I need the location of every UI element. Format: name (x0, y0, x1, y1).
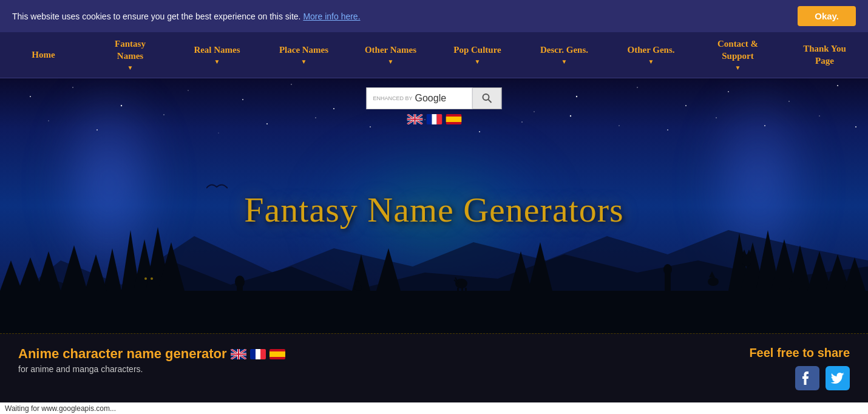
nav-item-other-gens[interactable]: Other Gens. ▼ (608, 32, 694, 78)
bird-silhouette (206, 182, 228, 198)
nav-item-other-names[interactable]: Other Names ▼ (347, 32, 434, 78)
cookie-banner: This website uses cookies to ensure you … (0, 0, 868, 32)
nav-item-contact-support[interactable]: Contact &Support ▼ (694, 32, 781, 78)
svg-point-29 (667, 129, 668, 131)
svg-marker-55 (103, 248, 121, 291)
svg-point-78 (354, 285, 362, 291)
share-title: Feel free to share (728, 346, 850, 360)
svg-point-15 (788, 101, 790, 102)
landscape-svg (0, 200, 868, 333)
descr-gens-arrow: ▼ (561, 58, 568, 66)
svg-point-3 (188, 90, 188, 90)
facebook-svg (801, 372, 813, 385)
svg-point-19 (163, 114, 164, 115)
es-flag[interactable] (446, 114, 461, 124)
nav-item-place-names[interactable]: Place Names ▼ (260, 32, 347, 78)
nav-item-fantasy-names[interactable]: FantasyNames ▼ (87, 32, 174, 78)
svg-rect-83 (465, 288, 467, 296)
flags-row (407, 114, 461, 124)
search-button[interactable] (473, 87, 502, 109)
cookie-message: This website uses cookies to ensure you … (12, 12, 798, 21)
svg-rect-98 (231, 353, 246, 355)
bird-icon (206, 182, 228, 194)
anime-title: Anime character name generator (18, 346, 728, 362)
nav-item-descr-gens[interactable]: Descr. Gens. ▼ (521, 32, 608, 78)
search-row: ENHANCED BY Google (367, 87, 502, 109)
svg-marker-59 (18, 257, 42, 291)
svg-rect-99 (250, 349, 256, 359)
anime-fr-flag[interactable] (250, 349, 266, 359)
svg-point-31 (764, 125, 765, 126)
nav-item-home[interactable]: Home (0, 32, 87, 78)
lower-left: Anime character name generator (18, 346, 728, 374)
svg-point-32 (819, 115, 819, 116)
svg-point-27 (570, 115, 571, 117)
svg-point-26 (521, 121, 523, 123)
twitter-svg (831, 373, 844, 384)
uk-flag[interactable] (407, 114, 422, 124)
twitter-icon[interactable] (826, 366, 850, 390)
google-label: Google (415, 93, 447, 104)
svg-rect-46 (432, 114, 436, 124)
svg-rect-85 (665, 274, 671, 291)
svg-point-22 (315, 117, 316, 118)
svg-marker-60 (0, 260, 22, 291)
hero-section: ENHANCED BY Google (0, 78, 868, 333)
lower-right: Feel free to share (728, 346, 850, 390)
search-input-wrapper[interactable]: ENHANCED BY Google (367, 87, 473, 109)
cookie-link[interactable]: More info here. (303, 12, 360, 21)
real-names-arrow: ▼ (214, 58, 220, 66)
svg-point-28 (619, 125, 619, 126)
svg-rect-47 (436, 114, 442, 124)
svg-point-1 (72, 87, 73, 88)
other-names-arrow: ▼ (388, 58, 394, 66)
svg-point-86 (708, 277, 719, 286)
svg-point-88 (144, 277, 147, 280)
svg-point-76 (235, 276, 245, 288)
svg-rect-49 (446, 117, 461, 122)
main-nav: Home FantasyNames ▼ Real Names ▼ Place N… (0, 32, 868, 78)
nav-item-pop-culture[interactable]: Pop Culture ▼ (434, 32, 521, 78)
svg-point-10 (534, 111, 534, 112)
nav-item-thank-you[interactable]: Thank YouPage (781, 32, 868, 78)
svg-rect-101 (260, 349, 266, 359)
nav-item-real-names[interactable]: Real Names ▼ (174, 32, 260, 78)
svg-rect-81 (457, 288, 459, 296)
search-icon (481, 93, 492, 104)
fr-flag[interactable] (426, 114, 442, 124)
pop-culture-arrow: ▼ (475, 58, 481, 66)
enhanced-by-label: ENHANCED BY (373, 95, 413, 101)
svg-rect-82 (461, 288, 463, 296)
svg-rect-44 (407, 119, 422, 120)
svg-rect-50 (0, 291, 868, 333)
svg-point-89 (151, 277, 153, 280)
svg-point-4 (242, 99, 243, 100)
svg-point-84 (663, 264, 672, 275)
cookie-ok-button[interactable]: Okay. (798, 6, 856, 26)
svg-point-0 (30, 96, 31, 97)
svg-point-6 (333, 108, 334, 109)
svg-point-5 (291, 84, 292, 85)
svg-point-2 (121, 105, 122, 106)
anime-es-flag[interactable] (270, 349, 285, 359)
svg-point-12 (637, 87, 638, 88)
svg-point-34 (483, 94, 489, 100)
search-container: ENHANCED BY Google (367, 87, 502, 124)
social-icons (728, 366, 850, 390)
svg-point-11 (576, 96, 577, 97)
svg-point-73 (742, 254, 751, 266)
anime-uk-flag[interactable] (231, 349, 246, 359)
svg-point-16 (837, 85, 838, 86)
svg-point-17 (48, 120, 49, 121)
status-bar: Waiting for www.googleapis.com... (0, 402, 868, 414)
svg-rect-103 (270, 351, 285, 357)
svg-point-18 (97, 129, 98, 131)
facebook-icon[interactable] (795, 366, 819, 390)
svg-point-25 (479, 131, 480, 132)
svg-point-20 (218, 132, 219, 133)
svg-rect-77 (237, 287, 243, 296)
svg-line-35 (488, 100, 491, 103)
svg-point-13 (685, 105, 687, 106)
svg-point-30 (716, 117, 717, 118)
svg-rect-100 (256, 349, 260, 359)
